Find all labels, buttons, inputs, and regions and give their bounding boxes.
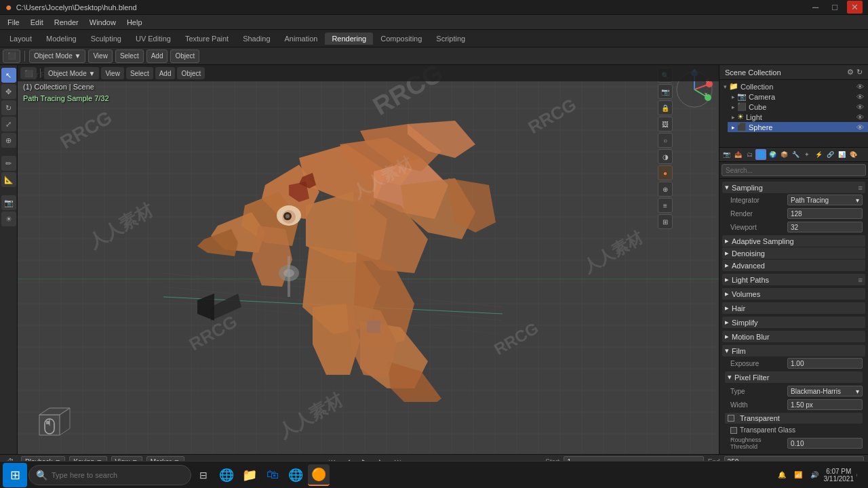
filter-icon[interactable]: ⚙	[847, 68, 854, 77]
move-tool-btn[interactable]: ✥	[1, 84, 16, 99]
denoising-header[interactable]: ▸ Denoising	[722, 247, 865, 259]
close-btn[interactable]: ✕	[847, 1, 863, 14]
prop-physics-icon[interactable]: ⚡	[813, 149, 824, 160]
vp-object-btn[interactable]: Object	[177, 67, 205, 79]
sync-icon[interactable]: ↻	[856, 68, 863, 77]
vp-select-btn[interactable]: Select	[126, 67, 153, 79]
shading-material-btn[interactable]: ◑	[658, 149, 673, 164]
measure-btn[interactable]: 📐	[1, 172, 16, 187]
taskbar-chrome-btn[interactable]: 🌐	[285, 464, 307, 486]
shading-rendered-btn[interactable]: ●	[658, 165, 673, 180]
navigation-cube[interactable]	[26, 401, 73, 449]
taskbar-search-bar[interactable]: 🔍	[28, 465, 191, 485]
taskbar-blender-btn[interactable]: 🟠	[308, 464, 330, 486]
menu-help[interactable]: Help	[122, 17, 147, 28]
transparent-header[interactable]: Transparent	[725, 413, 863, 424]
taskbar-task-view-btn[interactable]: ⊟	[193, 464, 214, 486]
menu-window[interactable]: Window	[85, 17, 121, 28]
prop-object-icon[interactable]: 📦	[778, 149, 789, 160]
vp-view-btn[interactable]: View	[101, 67, 124, 79]
render-value[interactable]: 128	[787, 208, 863, 219]
notification-icon[interactable]: 🔔	[775, 470, 789, 480]
menu-render[interactable]: Render	[50, 17, 83, 28]
select-btn[interactable]: Select	[115, 49, 144, 63]
tab-texture-paint[interactable]: Texture Paint	[178, 33, 235, 45]
prop-search-input[interactable]	[722, 164, 866, 176]
transparent-glass-checkbox[interactable]	[730, 427, 737, 434]
system-clock[interactable]: 6:07 PM 3/11/2021	[824, 468, 854, 483]
pixel-filter-header[interactable]: ▾ Pixel Filter	[725, 371, 863, 383]
prop-world-icon[interactable]: 🌍	[767, 149, 778, 160]
prop-scene-icon[interactable]: 🌐	[755, 149, 766, 160]
prop-modifier-icon[interactable]: 🔧	[790, 149, 801, 160]
taskbar-edge-btn[interactable]: 🌐	[216, 464, 237, 486]
view-btn[interactable]: View	[88, 49, 113, 63]
tab-layout[interactable]: Layout	[3, 33, 39, 45]
tab-sculpting[interactable]: Sculpting	[84, 33, 128, 45]
overlay-btn[interactable]: ≡	[658, 198, 673, 213]
taskbar-explorer-btn[interactable]: 📁	[239, 464, 260, 486]
menu-file[interactable]: File	[3, 17, 24, 28]
minimize-btn[interactable]: ─	[808, 1, 823, 14]
tree-item-cube[interactable]: ▸ ⬛ Cube 👁	[728, 102, 868, 112]
prop-output-icon[interactable]: 📤	[732, 149, 743, 160]
tab-compositing[interactable]: Compositing	[374, 33, 429, 45]
gizmo-btn[interactable]: ⊞	[658, 214, 673, 229]
filter-width-value[interactable]: 1.50 px	[787, 399, 863, 410]
sampling-header[interactable]: ▾ Sampling ≡	[722, 182, 865, 193]
lamp-btn[interactable]: ☀	[1, 211, 16, 226]
transparent-checkbox[interactable]	[728, 415, 734, 422]
rotate-tool-btn[interactable]: ↻	[1, 100, 16, 115]
annotate-btn[interactable]: ✏	[1, 156, 16, 171]
taskbar-store-btn[interactable]: 🛍	[262, 464, 283, 486]
lock-btn[interactable]: 🔒	[658, 100, 673, 115]
add-btn[interactable]: Add	[146, 49, 168, 63]
object-mode-dropdown[interactable]: Object Mode ▼	[29, 49, 85, 63]
sampling-options-icon[interactable]: ≡	[859, 184, 863, 192]
shading-solid-btn[interactable]: ○	[658, 133, 673, 148]
object-btn[interactable]: Object	[170, 49, 199, 63]
view-icon-btn[interactable]: ⬛	[3, 49, 20, 63]
prop-render-icon[interactable]: 📷	[721, 149, 732, 160]
cursor-tool-btn[interactable]: ↖	[1, 68, 16, 83]
network-icon[interactable]: 📶	[791, 470, 805, 480]
exposure-value[interactable]: 1.00	[787, 358, 863, 369]
tab-shading[interactable]: Shading	[236, 33, 277, 45]
roughness-value[interactable]: 0.10	[787, 438, 863, 449]
editor-type-btn[interactable]: ⬛	[20, 67, 37, 79]
3d-viewport[interactable]: ⬛ Object Mode ▼ View Select Add Object U…	[18, 65, 719, 454]
tab-uv-editing[interactable]: UV Editing	[129, 33, 178, 45]
tree-item-sphere[interactable]: ▸ ⬛ Sphere 👁	[728, 122, 868, 132]
maximize-btn[interactable]: □	[828, 1, 842, 14]
prop-view-layer-icon[interactable]: 🗂	[744, 149, 755, 160]
show-desktop-btn[interactable]	[856, 474, 863, 476]
adaptive-sampling-header[interactable]: ▸ Adaptive Sampling	[722, 235, 865, 247]
prop-constraints-icon[interactable]: 🔗	[825, 149, 835, 160]
tab-scripting[interactable]: Scripting	[429, 33, 472, 45]
tree-item-light[interactable]: ▸ ☀ Light 👁	[728, 112, 868, 122]
simplify-header[interactable]: ▸ Simplify	[722, 317, 865, 328]
filter-type-dropdown[interactable]: Blackman-Harris ▾	[787, 386, 863, 396]
menu-edit[interactable]: Edit	[26, 17, 48, 28]
film-header[interactable]: ▾ Film	[722, 345, 865, 357]
scale-tool-btn[interactable]: ⤢	[1, 117, 16, 131]
shading-eevee-btn[interactable]: ⊕	[658, 182, 673, 197]
tab-animation[interactable]: Animation	[278, 33, 325, 45]
prop-data-icon[interactable]: 📊	[836, 149, 847, 160]
camera-view-btn[interactable]: 📷	[1, 195, 16, 210]
vp-add-btn[interactable]: Add	[155, 67, 176, 79]
tree-item-camera[interactable]: ▸ 📷 Camera 👁	[728, 92, 868, 102]
light-paths-header[interactable]: ▸ Light Paths ≡	[722, 274, 865, 285]
prop-material-icon[interactable]: 🎨	[848, 149, 859, 160]
tab-modeling[interactable]: Modeling	[39, 33, 83, 45]
prop-particles-icon[interactable]: ✦	[802, 149, 812, 160]
camera-btn[interactable]: 📷	[658, 84, 673, 99]
volume-icon[interactable]: 🔊	[808, 470, 821, 480]
vp-object-mode-btn[interactable]: Object Mode ▼	[44, 67, 99, 79]
taskbar-search-input[interactable]	[52, 471, 184, 479]
hair-header[interactable]: ▸ Hair	[722, 302, 865, 314]
windows-start-button[interactable]: ⊞	[3, 463, 27, 487]
transform-tool-btn[interactable]: ⊕	[1, 133, 16, 148]
viewport-value[interactable]: 32	[787, 222, 863, 232]
advanced-header[interactable]: ▸ Advanced	[722, 260, 865, 271]
